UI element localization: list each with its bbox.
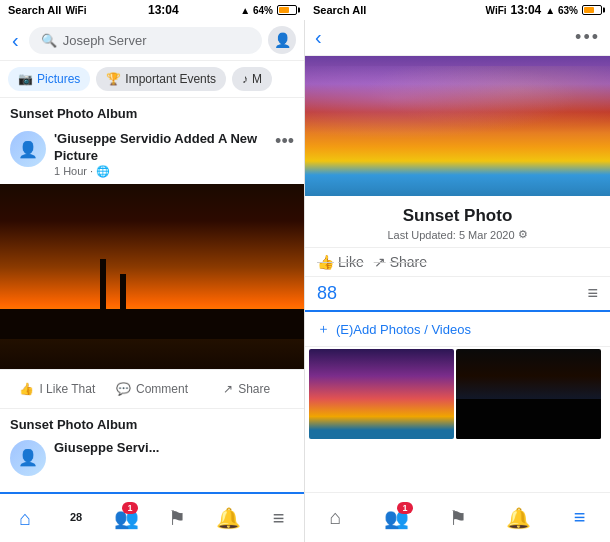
comment-label: Comment [136, 382, 188, 396]
stats-count: 88 [317, 283, 337, 304]
music-tab-label: M [252, 72, 262, 86]
post-info2: Giuseppe Servi... [54, 440, 294, 457]
album-title2-text: Sunset Photo Album [10, 417, 137, 432]
important-events-tab-label: Important Events [125, 72, 216, 86]
left-panel: ‹ 🔍 Joseph Server 👤 📷 Pictures 🏆 Importa… [0, 20, 305, 542]
list-view-icon[interactable]: ≡ [587, 283, 598, 304]
main-content: ‹ 🔍 Joseph Server 👤 📷 Pictures 🏆 Importa… [0, 20, 610, 542]
nav-home-left[interactable]: ⌂ [0, 507, 51, 530]
chimney1 [100, 259, 106, 314]
album-title-text: Sunset Photo Album [10, 106, 137, 121]
music-tab-icon: ♪ [242, 72, 248, 86]
pictures-tab-label: Pictures [37, 72, 80, 86]
add-photos-label: (E)Add Photos / Videos [336, 322, 471, 337]
right-back-button[interactable]: ‹ [315, 26, 322, 49]
comment-icon: 💬 [116, 382, 131, 396]
search-icon: 🔍 [41, 33, 57, 48]
nav-friends-right[interactable]: 👥 1 [366, 506, 427, 530]
nav-menu-left[interactable]: ≡ [253, 507, 304, 530]
post-more-button[interactable]: ••• [275, 131, 294, 152]
like-share-share[interactable]: ↗ Share [374, 254, 427, 270]
like-share-like-label: Like [338, 254, 364, 270]
status-bar-left: Search All WiFi 13:04 ▲ 64% [0, 0, 305, 20]
status-bar: Search All WiFi 13:04 ▲ 64% Search All W… [0, 0, 610, 20]
like-share-row: 👍 Like ↗ Share [305, 247, 610, 277]
like-share-share-label: Share [390, 254, 427, 270]
nav-friends-left[interactable]: 👥 1 [101, 506, 152, 530]
comment-button[interactable]: 💬 Comment [105, 378, 200, 400]
reaction-bar: 👍 I Like That 💬 Comment ↗ Share [0, 369, 304, 409]
right-panel: ‹ ••• Sunset Photo Last Updated: 5 Mar 2… [305, 20, 610, 542]
photo-thumb-sunset-img [309, 349, 454, 439]
friends-badge-right: 1 [397, 502, 413, 514]
filter-tab-music[interactable]: ♪ M [232, 67, 272, 91]
flag-icon-left: ⚑ [168, 506, 186, 530]
profile-icon-button[interactable]: 👤 [268, 26, 296, 54]
post-dot: · [90, 165, 93, 177]
right-time: 13:04 [511, 3, 542, 17]
nav-count-left[interactable]: 28 [51, 513, 102, 523]
search-bar[interactable]: 🔍 Joseph Server [29, 27, 262, 54]
nav-flag-left[interactable]: ⚑ [152, 506, 203, 530]
photo-thumb-dark-img [456, 349, 601, 439]
post-time: 1 Hour · 🌐 [54, 165, 267, 178]
share-button[interactable]: ↗ Share [199, 378, 294, 400]
right-battery-fill [584, 7, 594, 13]
chimney2 [120, 274, 126, 314]
right-carrier: Search All [313, 4, 366, 16]
right-wifi-icon: WiFi [486, 5, 507, 16]
album-info: Sunset Photo Last Updated: 5 Mar 2020 ⚙ [305, 196, 610, 247]
status-bar-right: Search All WiFi 13:04 ▲ 63% [305, 0, 610, 20]
bottom-nav-right: ⌂ 👥 1 ⚑ 🔔 ≡ [305, 492, 610, 542]
post-info: 'Giuseppe Servidio Added A New Picture 1… [54, 131, 267, 178]
dark-silhouette [456, 399, 601, 439]
nav-bell-right[interactable]: 🔔 [488, 506, 549, 530]
add-photos-icon: ＋ [317, 320, 330, 338]
album-title-bar2: Sunset Photo Album [0, 409, 304, 436]
pictures-tab-icon: 📷 [18, 72, 33, 86]
flag-icon-right: ⚑ [449, 506, 467, 530]
nav-count-value: 28 [70, 511, 82, 523]
like-thumb-icon: 👍 [317, 254, 334, 270]
left-battery [277, 5, 297, 15]
like-icon: 👍 [19, 382, 34, 396]
left-wifi-icon: WiFi [65, 5, 86, 16]
nav-flag-right[interactable]: ⚑ [427, 506, 488, 530]
album-updated: Last Updated: 5 Mar 2020 ⚙ [317, 228, 598, 241]
post-avatar-image2: 👤 [10, 440, 46, 476]
bottom-nav-left: ⌂ 28 👥 1 ⚑ 🔔 ≡ [0, 492, 304, 542]
like-label: I Like That [39, 382, 95, 396]
nav-bell-left[interactable]: 🔔 [203, 506, 254, 530]
right-more-button[interactable]: ••• [575, 27, 600, 48]
left-signal: ▲ 64% [240, 5, 273, 16]
left-header: ‹ 🔍 Joseph Server 👤 [0, 20, 304, 61]
like-button[interactable]: 👍 I Like That [10, 378, 105, 400]
right-signal: ▲ 63% [545, 5, 578, 16]
search-text: Joseph Server [63, 33, 147, 48]
photo-thumb-1[interactable] [309, 349, 454, 439]
globe-icon: 🌐 [96, 165, 110, 178]
album-name-right: Sunset Photo [317, 206, 598, 226]
stats-row: 88 ≡ [305, 277, 610, 312]
photo-thumb-2[interactable] [456, 349, 601, 439]
menu-icon-right: ≡ [574, 506, 586, 529]
gear-icon[interactable]: ⚙ [518, 228, 528, 241]
menu-icon-left: ≡ [273, 507, 285, 530]
filter-tab-pictures[interactable]: 📷 Pictures [8, 67, 90, 91]
like-share-like[interactable]: 👍 Like [317, 254, 364, 270]
post-item2: 👤 Giuseppe Servi... [0, 436, 304, 480]
filter-tab-important-events[interactable]: 🏆 Important Events [96, 67, 226, 91]
share-arrow-icon: ↗ [374, 254, 386, 270]
add-photos-button[interactable]: ＋ (E)Add Photos / Videos [305, 312, 610, 347]
left-carrier: Search All [8, 4, 61, 16]
nav-home-right[interactable]: ⌂ [305, 506, 366, 529]
sunset-photo-left [0, 184, 305, 369]
share-label: Share [238, 382, 270, 396]
back-button[interactable]: ‹ [8, 27, 23, 54]
sunset-photo-right [305, 56, 610, 196]
right-battery [582, 5, 602, 15]
water [0, 339, 305, 369]
post-item: 👤 'Giuseppe Servidio Added A New Picture… [0, 125, 304, 184]
album-title-bar: Sunset Photo Album [0, 98, 304, 125]
nav-menu-right[interactable]: ≡ [549, 506, 610, 529]
